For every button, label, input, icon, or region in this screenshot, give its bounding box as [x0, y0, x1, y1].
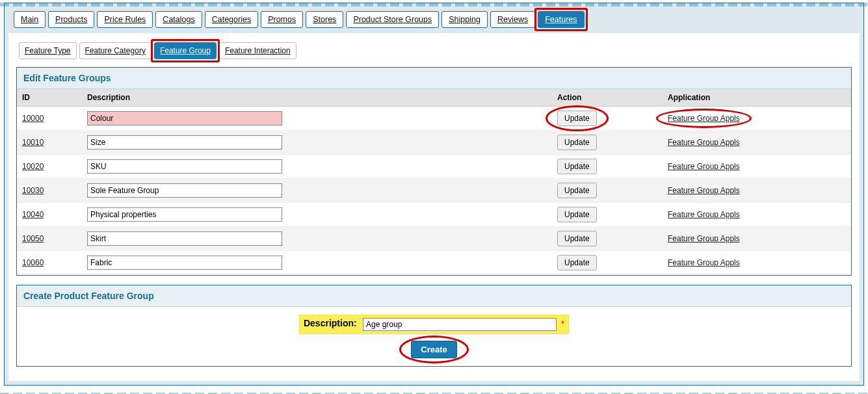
- update-button[interactable]: Update: [557, 159, 597, 174]
- feature-group-appls-link[interactable]: Feature Group Appls: [668, 210, 740, 219]
- sub-container: Feature TypeFeature CategoryFeature Grou…: [8, 33, 860, 381]
- table-row: 10060UpdateFeature Group Appls: [17, 251, 851, 275]
- nav-tab-reviews[interactable]: Reviews: [490, 11, 535, 28]
- col-id: ID: [17, 89, 82, 107]
- description-input[interactable]: [87, 207, 282, 222]
- create-description-input[interactable]: [363, 318, 557, 331]
- subnav-tab-feature-interaction[interactable]: Feature Interaction: [219, 42, 296, 59]
- feature-group-id-link[interactable]: 10000: [22, 114, 44, 123]
- table-row: 10050UpdateFeature Group Appls: [17, 227, 851, 251]
- required-marker: *: [561, 319, 564, 328]
- subnav-tab-feature-category[interactable]: Feature Category: [79, 42, 151, 59]
- feature-group-id-link[interactable]: 10050: [22, 234, 44, 243]
- feature-group-id-link[interactable]: 10060: [22, 258, 44, 267]
- update-button[interactable]: Update: [557, 207, 597, 222]
- update-button[interactable]: Update: [557, 183, 597, 198]
- feature-group-id-link[interactable]: 10040: [22, 210, 44, 219]
- feature-groups-table: ID Description Action Application 10000U…: [17, 89, 851, 275]
- table-row: 10010UpdateFeature Group Appls: [17, 131, 851, 155]
- nav-tab-promos[interactable]: Promos: [261, 11, 303, 28]
- nav-tab-price-rules[interactable]: Price Rules: [97, 11, 153, 28]
- sub-nav-tabs: Feature TypeFeature CategoryFeature Grou…: [14, 38, 854, 67]
- subnav-tab-feature-type[interactable]: Feature Type: [19, 42, 77, 59]
- feature-group-appls-link[interactable]: Feature Group Appls: [668, 138, 740, 147]
- update-button[interactable]: Update: [557, 231, 597, 246]
- table-row: 10020UpdateFeature Group Appls: [17, 155, 851, 179]
- nav-tab-product-store-groups[interactable]: Product Store Groups: [346, 11, 439, 28]
- subnav-tab-feature-group[interactable]: Feature Group: [154, 42, 217, 59]
- nav-tab-stores[interactable]: Stores: [306, 11, 343, 28]
- create-description-label: Description:: [304, 318, 357, 328]
- torn-edge-top: [0, 3, 868, 7]
- feature-group-id-link[interactable]: 10010: [22, 138, 44, 147]
- table-row: 10030UpdateFeature Group Appls: [17, 179, 851, 203]
- nav-tab-products[interactable]: Products: [48, 11, 94, 28]
- nav-tab-shipping[interactable]: Shipping: [441, 11, 488, 28]
- feature-group-id-link[interactable]: 10030: [22, 186, 44, 195]
- create-description-row: Description: *: [299, 315, 569, 334]
- feature-group-appls-link[interactable]: Feature Group Appls: [668, 114, 740, 123]
- update-button[interactable]: Update: [557, 255, 597, 270]
- edit-panel-title: Edit Feature Groups: [17, 68, 851, 89]
- create-feature-group-panel: Create Product Feature Group Description…: [16, 285, 852, 367]
- nav-tab-categories[interactable]: Categories: [205, 11, 258, 28]
- update-button[interactable]: Update: [557, 135, 597, 150]
- feature-group-id-link[interactable]: 10020: [22, 162, 44, 171]
- create-panel-body: Description: * Create: [17, 307, 851, 366]
- nav-tab-catalogs[interactable]: Catalogs: [155, 11, 202, 28]
- nav-tab-main[interactable]: Main: [14, 11, 46, 28]
- description-input[interactable]: [87, 256, 282, 270]
- description-input[interactable]: [87, 159, 282, 174]
- update-button[interactable]: Update: [557, 111, 597, 126]
- create-button[interactable]: Create: [411, 341, 456, 358]
- feature-group-appls-link[interactable]: Feature Group Appls: [668, 162, 740, 171]
- feature-group-appls-link[interactable]: Feature Group Appls: [668, 234, 740, 243]
- nav-tab-features[interactable]: Features: [538, 11, 584, 28]
- table-row: 10040UpdateFeature Group Appls: [17, 203, 851, 227]
- feature-group-appls-link[interactable]: Feature Group Appls: [668, 258, 740, 267]
- feature-group-appls-link[interactable]: Feature Group Appls: [668, 186, 740, 195]
- col-description: Description: [82, 89, 552, 107]
- col-action: Action: [552, 89, 663, 107]
- description-input[interactable]: [87, 111, 282, 125]
- table-row: 10000UpdateFeature Group Appls: [17, 107, 851, 131]
- edit-feature-groups-panel: Edit Feature Groups ID Description Actio…: [16, 67, 852, 276]
- top-nav-tabs: MainProductsPrice RulesCatalogsCategorie…: [8, 7, 860, 33]
- main-container: MainProductsPrice RulesCatalogsCategorie…: [4, 3, 864, 386]
- description-input[interactable]: [87, 183, 282, 198]
- col-application: Application: [663, 89, 851, 107]
- create-panel-title: Create Product Feature Group: [17, 285, 851, 307]
- description-input[interactable]: [87, 231, 282, 246]
- description-input[interactable]: [87, 135, 282, 150]
